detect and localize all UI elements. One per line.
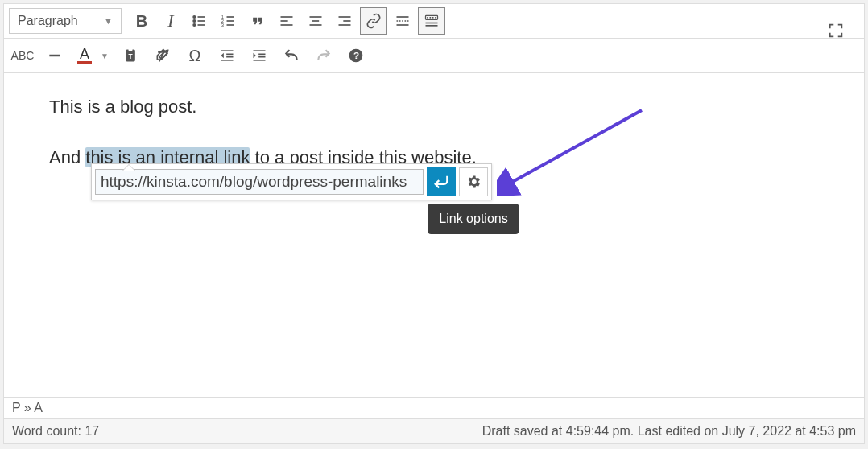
- undo-button[interactable]: [278, 42, 305, 69]
- bold-button[interactable]: B: [128, 7, 155, 35]
- help-button[interactable]: ?: [342, 42, 370, 69]
- link-url-input[interactable]: [95, 169, 424, 195]
- svg-point-4: [193, 24, 196, 27]
- redo-button[interactable]: [310, 42, 337, 69]
- insert-link-button[interactable]: [360, 7, 387, 35]
- save-status: Draft saved at 4:59:44 pm. Last edited o…: [482, 424, 856, 439]
- svg-text:?: ?: [353, 50, 359, 60]
- outdent-button[interactable]: [213, 42, 241, 69]
- toolbar-row-2: ABC A ▼ T Ω ?: [4, 39, 864, 73]
- special-char-button[interactable]: Ω: [181, 42, 209, 69]
- numbered-list-button[interactable]: 123: [215, 7, 242, 35]
- indent-button[interactable]: [246, 42, 273, 69]
- link-options-tooltip: Link options: [428, 204, 519, 234]
- format-select-label: Paragraph: [18, 14, 78, 28]
- element-path[interactable]: P » A: [4, 397, 864, 418]
- toolbar-toggle-button[interactable]: [418, 7, 445, 35]
- link-options-button[interactable]: Link options: [459, 167, 488, 196]
- text-color-button[interactable]: A ▼: [73, 48, 112, 64]
- content-paragraph-1: This is a blog post.: [49, 97, 196, 117]
- svg-point-2: [193, 20, 196, 23]
- svg-rect-27: [432, 17, 434, 19]
- bullet-list-button[interactable]: [186, 7, 213, 35]
- toolbar-row-1: Paragraph ▼ B I 123: [4, 4, 864, 39]
- insert-more-button[interactable]: [389, 7, 416, 35]
- chevron-down-icon[interactable]: ▼: [97, 51, 112, 60]
- word-count: Word count: 17: [12, 424, 99, 439]
- svg-rect-28: [435, 17, 436, 19]
- paste-text-button[interactable]: T: [117, 42, 144, 69]
- svg-text:T: T: [128, 52, 132, 60]
- editor-footer: P » A Word count: 17 Draft saved at 4:59…: [4, 397, 864, 443]
- svg-point-0: [193, 16, 196, 19]
- clear-formatting-button[interactable]: [149, 42, 176, 69]
- editor-content[interactable]: This is a blog post. And this is an inte…: [4, 73, 864, 379]
- align-right-button[interactable]: [331, 7, 358, 35]
- strikethrough-button[interactable]: ABC: [9, 42, 36, 69]
- blockquote-button[interactable]: [244, 7, 271, 35]
- align-left-button[interactable]: [273, 7, 300, 35]
- format-select[interactable]: Paragraph ▼: [9, 8, 122, 34]
- horizontal-rule-button[interactable]: [41, 42, 68, 69]
- italic-button[interactable]: I: [157, 7, 184, 35]
- svg-rect-33: [128, 48, 132, 51]
- chevron-down-icon: ▼: [104, 16, 113, 26]
- fullscreen-button[interactable]: [822, 17, 849, 44]
- svg-text:3: 3: [221, 23, 224, 27]
- svg-rect-25: [427, 17, 428, 19]
- content-p2-before: And: [49, 147, 85, 167]
- apply-link-button[interactable]: [427, 167, 456, 196]
- link-popover: Link options: [91, 163, 492, 200]
- svg-rect-26: [430, 17, 432, 19]
- align-center-button[interactable]: [302, 7, 329, 35]
